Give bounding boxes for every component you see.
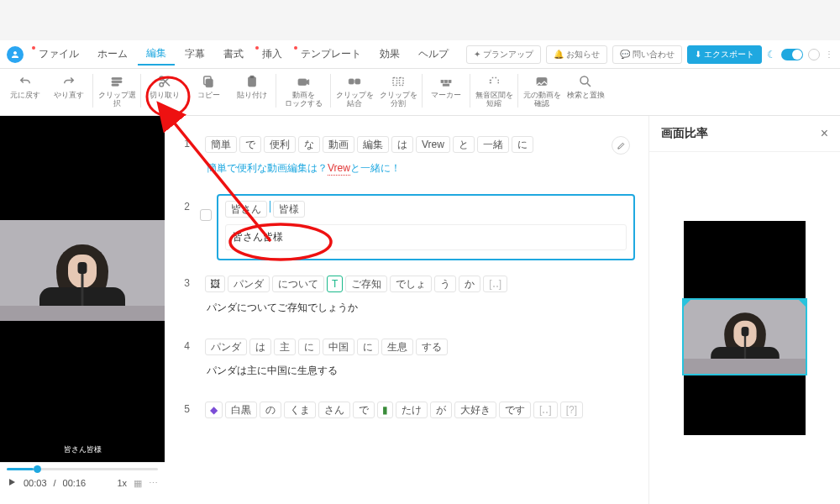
clip-select-button[interactable]: クリップ選択 xyxy=(95,74,139,108)
word-chip[interactable]: でしょ xyxy=(390,276,432,292)
close-panel-button[interactable]: × xyxy=(821,126,828,141)
word-chip[interactable]: 大好き xyxy=(454,402,496,418)
redo-button[interactable]: やり直す xyxy=(47,74,91,100)
notice-button[interactable]: 🔔 お知らせ xyxy=(546,45,607,64)
menu-subtitle-label: 字幕 xyxy=(185,48,205,60)
menu-help-label: ヘルプ xyxy=(418,48,449,60)
split-clip-button[interactable]: クリップを 分割 xyxy=(376,74,420,108)
word-chip[interactable]: パンダ xyxy=(228,276,270,292)
word-chip[interactable]: の xyxy=(260,402,281,418)
media-marker-icon[interactable]: ▮ xyxy=(377,402,393,418)
plan-upgrade-button[interactable]: ✦ プランアップ xyxy=(466,45,541,64)
edit-clip-button[interactable] xyxy=(612,136,630,155)
settings-icon[interactable]: ⋮ xyxy=(825,50,833,59)
word-chip[interactable]: で xyxy=(353,402,375,418)
progress-bar[interactable] xyxy=(7,468,158,470)
word-chip[interactable]: 白黒 xyxy=(225,402,257,418)
menu-insert[interactable]: 挿入 xyxy=(254,44,291,65)
undo-button[interactable]: 元に戻す xyxy=(3,74,47,100)
menu-effect[interactable]: 効果 xyxy=(371,44,408,65)
menu-template[interactable]: テンプレート xyxy=(292,44,370,65)
find-replace-button[interactable]: 検索と置換 xyxy=(564,74,607,100)
bracket-chip[interactable]: [‥] xyxy=(483,276,507,292)
clip-row[interactable]: 3 🖼 パンダ について T ご存知 でしょ う か [‥] パンダについてご存… xyxy=(165,270,635,323)
word-chip[interactable]: に xyxy=(512,136,533,153)
word-chip[interactable]: Vrew xyxy=(416,136,450,153)
word-chip[interactable]: に xyxy=(357,339,379,355)
word-chip[interactable]: たけ xyxy=(396,402,428,418)
word-chip[interactable]: 皆様 xyxy=(273,201,305,218)
menu-home[interactable]: ホーム xyxy=(89,44,136,65)
word-chip[interactable]: か xyxy=(459,276,480,292)
word-chip[interactable]: が xyxy=(430,402,452,418)
aspect-ratio-panel: 画面比率 × xyxy=(648,116,840,504)
word-chip[interactable]: 便利 xyxy=(264,136,296,153)
paste-button[interactable]: 貼り付け xyxy=(230,74,274,100)
ratio-preview[interactable] xyxy=(649,152,840,504)
original-video-button[interactable]: 元の動画を 確認 xyxy=(520,74,564,108)
word-chip[interactable]: です xyxy=(499,402,531,418)
contact-button[interactable]: 💬 問い合わせ xyxy=(612,45,682,64)
menu-subtitle[interactable]: 字幕 xyxy=(176,44,213,65)
word-chip[interactable]: について xyxy=(272,276,324,292)
word-chip[interactable]: は xyxy=(249,339,271,355)
text-marker-icon[interactable]: T xyxy=(327,276,343,292)
lock-video-button[interactable]: 動画を ロックする xyxy=(278,74,328,108)
subtitle-text[interactable]: 簡単で便利な動画編集は？Vrewと一緒に！ xyxy=(205,161,628,176)
grid-icon[interactable]: ▦ xyxy=(134,478,142,489)
time-sep: / xyxy=(54,478,56,488)
marker-button[interactable]: マーカー xyxy=(424,74,468,100)
word-chip[interactable]: な xyxy=(298,136,320,153)
word-chip[interactable]: さん xyxy=(318,402,350,418)
menu-file[interactable]: ファイル xyxy=(30,44,87,65)
copy-button[interactable]: コピー xyxy=(186,74,230,100)
svg-rect-1 xyxy=(112,81,122,82)
word-chip[interactable]: 一緒 xyxy=(477,136,509,153)
subtitle-text[interactable]: パンダは主に中国に生息する xyxy=(205,364,628,378)
clip-checkbox[interactable] xyxy=(200,209,212,221)
speed-label[interactable]: 1x xyxy=(117,478,127,488)
user-avatar[interactable] xyxy=(7,46,24,63)
more-icon[interactable]: ⋯ xyxy=(149,478,158,489)
time-total: 00:16 xyxy=(63,478,87,488)
word-chip[interactable]: 中国 xyxy=(323,339,354,355)
subtitle-input[interactable]: 皆さん皆様 xyxy=(225,224,627,250)
merge-clip-button[interactable]: クリップを 結合 xyxy=(333,74,376,108)
clip-row[interactable]: 1 簡単 で 便利 な 動画 編集 は Vrew と 一緒 に 簡単で便利な動画… xyxy=(165,131,635,184)
redo-label: やり直す xyxy=(54,92,84,100)
menu-edit[interactable]: 編集 xyxy=(138,43,175,66)
word-chip[interactable]: は xyxy=(391,136,413,153)
subtitle-text[interactable]: パンダについてご存知でしょうか xyxy=(205,301,628,315)
word-chip[interactable]: 簡単 xyxy=(205,136,237,153)
word-chip[interactable]: 皆さん xyxy=(225,201,267,218)
word-chip[interactable]: くま xyxy=(284,402,316,418)
clip-number: 4 xyxy=(165,333,190,352)
word-chip[interactable]: する xyxy=(416,339,448,355)
word-chip[interactable]: ご存知 xyxy=(345,276,387,292)
play-button[interactable] xyxy=(7,477,17,489)
word-chip[interactable]: う xyxy=(434,276,456,292)
word-chip[interactable]: パンダ xyxy=(205,339,247,355)
clip-row[interactable]: 5 ◆ 白黒 の くま さん で ▮ たけ が 大好き です [‥] [?] xyxy=(165,396,635,427)
image-marker-icon[interactable]: 🖼 xyxy=(205,276,225,292)
cut-button[interactable]: 切り取り xyxy=(143,74,186,100)
clip-row[interactable]: 2 皆さん 皆様 皆さん皆様 xyxy=(165,194,635,260)
word-chip[interactable]: に xyxy=(298,339,320,355)
bracket-chip[interactable]: [‥] xyxy=(533,402,558,418)
export-button[interactable]: ⬇ エクスポート xyxy=(687,45,762,64)
word-chip[interactable]: 動画 xyxy=(323,136,354,153)
theme-toggle[interactable] xyxy=(781,49,803,60)
word-chip[interactable]: 生息 xyxy=(381,339,413,355)
preview-video[interactable] xyxy=(0,116,165,424)
word-chip[interactable]: で xyxy=(239,136,261,153)
word-chip[interactable]: 編集 xyxy=(357,136,389,153)
original-icon xyxy=(534,74,549,89)
media-marker-icon[interactable]: ◆ xyxy=(205,402,223,418)
bracket-chip[interactable]: [?] xyxy=(560,402,583,418)
clip-row[interactable]: 4 パンダ は 主 に 中国 に 生息 する パンダは主に中国に生息する xyxy=(165,333,635,386)
word-chip[interactable]: と xyxy=(453,136,475,153)
silence-button[interactable]: 無音区間を 短縮 xyxy=(472,74,516,108)
menu-help[interactable]: ヘルプ xyxy=(410,44,457,65)
word-chip[interactable]: 主 xyxy=(274,339,296,355)
menu-format[interactable]: 書式 xyxy=(215,44,252,65)
